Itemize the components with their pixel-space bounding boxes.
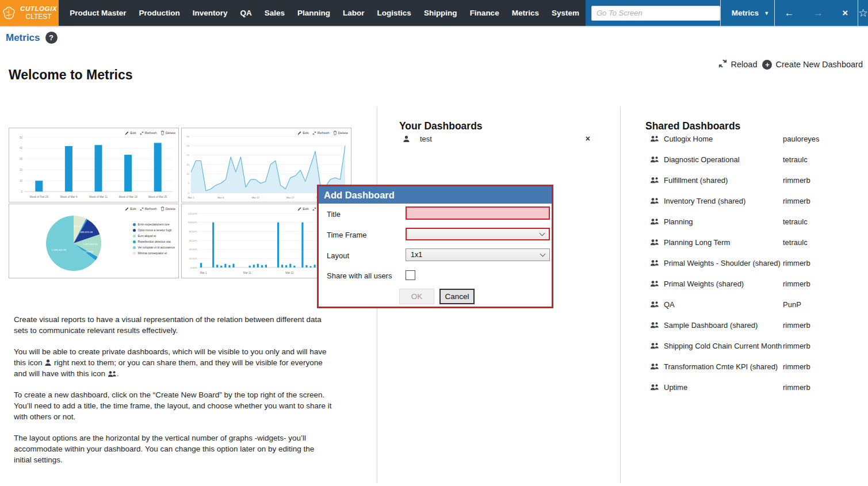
legend-item: Optio minus a tenetur fugit [133,228,175,232]
page-actions: Reload + Create New Dashboard [718,59,863,70]
your-dashboard-row-test[interactable]: test × [403,132,590,145]
svg-text:60.00%: 60.00% [189,239,197,242]
example-bar-chart-thumbnail: EditRefreshDelete 01020304050Week of Feb… [9,128,179,202]
layout-select[interactable]: 1x1 [406,248,550,261]
nav-item-shipping[interactable]: Shipping [418,9,464,17]
page-title: Welcome to Metrics [9,67,133,83]
dashboard-name: Sample Dashboard (shared) [661,321,783,330]
shared-people-icon [650,280,661,287]
example-pie-chart-thumbnail: EditRefreshDelete 269,717.04489,923.381,… [9,204,179,278]
svg-text:40.00%: 40.00% [189,248,197,251]
svg-text:10: 10 [20,179,23,182]
forward-button[interactable]: → [813,7,823,19]
nav-item-metrics[interactable]: Metrics [506,9,545,17]
close-screen-button[interactable]: × [842,7,848,19]
edit-icon [125,207,129,211]
svg-text:Week of Mar 18: Week of Mar 18 [118,196,137,198]
top-navigation-bar: CUTLOGIX CLTEST Product MasterProduction… [0,0,868,27]
shared-people-icon [650,197,661,204]
shared-dashboard-row-shipping-cold-chain-current-month[interactable]: Shipping Cold Chain Current Monthrimmerb [650,335,864,356]
nav-item-product-master[interactable]: Product Master [63,9,132,17]
dashboard-owner: rimmerb [783,176,810,185]
shared-dashboard-row-planning[interactable]: Planningtetraulc [650,211,864,232]
dashboard-name: Fulfillment (shared) [661,176,783,185]
title-input[interactable] [406,206,550,220]
thumbnail-toolbar: EditRefreshDelete [125,131,175,135]
chevron-down-icon [540,230,545,236]
dashboard-name: Shipping Cold Chain Current Month [661,342,783,350]
app-logo[interactable]: CUTLOGIX CLTEST [0,0,59,26]
shared-dashboards-list: Cutlogix HomepauloreyesDiagnostic Operat… [650,128,864,397]
refresh-icon [312,207,316,211]
svg-text:20: 20 [20,169,23,171]
shared-dashboard-row-diagnostic-operational[interactable]: Diagnostic Operationaltetraulc [650,149,864,170]
share-with-all-users-checkbox[interactable] [406,270,415,280]
svg-text:0: 0 [21,190,22,193]
ok-button[interactable]: OK [399,289,434,304]
private-person-icon [44,358,52,367]
shared-dashboard-row-transformation-cmte-kpi-shared[interactable]: Transformation Cmte KPI (shared)rimmerb [650,356,864,377]
svg-text:Mar 6: Mar 6 [217,196,224,199]
svg-text:25: 25 [186,144,189,147]
dashboard-name: Planning [661,217,783,226]
svg-text:489,923.38: 489,923.38 [80,231,93,234]
nav-item-system[interactable]: System [545,9,586,17]
delete-dashboard-button[interactable]: × [586,134,590,143]
dashboard-owner: rimmerb [783,362,810,371]
your-dashboards-heading: Your Dashboards [399,120,483,132]
time-frame-select[interactable] [406,228,550,240]
svg-text:1,082,464.09: 1,082,464.09 [83,243,98,246]
nav-utility-area: Metrics ▼ ← → × ☆ [586,0,868,26]
dashboard-name: test [420,135,432,143]
back-button[interactable]: ← [785,7,794,19]
svg-text:20.00%: 20.00% [189,257,197,260]
shared-people-icon [108,369,117,378]
shared-dashboard-row-planning-long-term[interactable]: Planning Long Termtetraulc [650,232,864,252]
add-dashboard-modal: Add Dashboard Title Time Frame Layout 1x… [317,185,553,308]
brand-environment: CLTEST [20,13,57,21]
shared-dashboard-row-cutlogix-home[interactable]: Cutlogix Homepauloreyes [650,128,864,149]
shared-people-icon [650,363,661,370]
svg-text:10: 10 [186,173,189,175]
edit-icon [297,207,301,211]
reload-button[interactable]: Reload [718,59,758,70]
screen-dropdown[interactable]: Metrics ▼ [726,9,774,17]
svg-text:Mar 17: Mar 17 [286,196,295,199]
dashboard-owner: tetraulc [783,238,808,247]
dashboard-owner: tetraulc [783,155,808,164]
nav-item-qa[interactable]: QA [234,9,258,17]
shared-dashboard-row-qa[interactable]: QAPunP [650,294,864,315]
dashboard-name: Diagnostic Operational [661,155,783,164]
breadcrumb-label[interactable]: Metrics [6,32,40,44]
shared-dashboard-row-fulfillment-shared[interactable]: Fulfillment (shared)rimmerb [650,170,864,190]
help-icon[interactable]: ? [45,32,58,44]
dashboard-owner: rimmerb [783,259,810,267]
nav-item-labor[interactable]: Labor [337,9,371,17]
shared-dashboard-row-primal-weights-shared[interactable]: Primal Weights (shared)rimmerb [650,273,864,294]
shared-dashboard-row-uptime[interactable]: Uptimerimmerb [650,377,864,397]
shared-dashboard-row-inventory-trend-shared[interactable]: Inventory Trend (shared)rimmerb [650,190,864,211]
dashboard-owner: pauloreyes [783,135,820,143]
shared-dashboard-row-primal-weights-shoulder-shared[interactable]: Primal Weights - Shoulder (shared)rimmer… [650,252,864,273]
nav-item-planning[interactable]: Planning [291,9,337,17]
nav-item-inventory[interactable]: Inventory [186,9,234,17]
go-to-screen-input[interactable] [591,6,720,21]
dashboard-name: Transformation Cmte KPI (shared) [661,362,783,371]
nav-item-sales[interactable]: Sales [258,9,291,17]
dashboard-owner: rimmerb [783,383,810,392]
nav-divider [720,0,721,26]
layout-value: 1x1 [411,251,422,259]
intro-p2-text: . [117,369,119,378]
layout-label: Layout [327,251,349,260]
legend-dot [133,223,136,226]
cancel-button[interactable]: Cancel [439,289,475,304]
create-new-dashboard-button[interactable]: + Create New Dashboard [762,60,863,70]
shared-people-icon [650,342,661,349]
shared-dashboard-row-sample-dashboard-shared[interactable]: Sample Dashboard (shared)rimmerb [650,315,864,335]
nav-item-production[interactable]: Production [133,9,186,17]
nav-item-logistics[interactable]: Logistics [371,9,418,17]
favorite-star-icon[interactable]: ☆ [858,6,868,20]
legend-dot [133,235,136,238]
nav-item-finance[interactable]: Finance [464,9,506,17]
legend-item: Eum aliquid et [133,234,175,238]
